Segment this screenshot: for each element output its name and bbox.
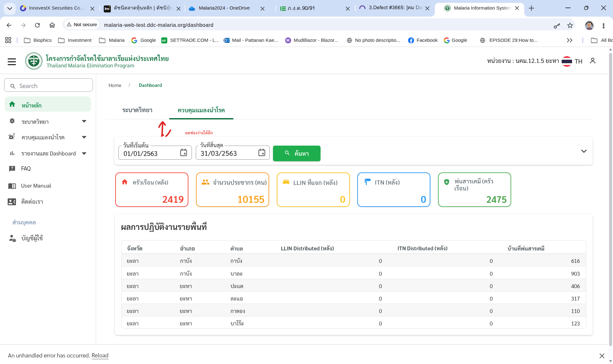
svg-text:?: ? [11,166,13,171]
